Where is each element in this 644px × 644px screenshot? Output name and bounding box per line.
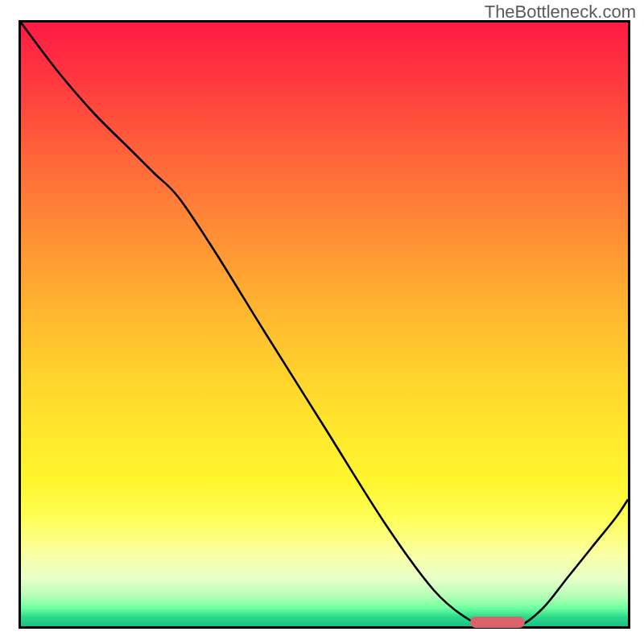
plot-area — [19, 20, 630, 629]
optimum-marker — [470, 617, 525, 628]
chart-container: TheBottleneck.com — [0, 0, 644, 644]
curve-svg — [21, 23, 628, 626]
curve-path — [21, 23, 628, 626]
watermark-text: TheBottleneck.com — [485, 2, 636, 23]
